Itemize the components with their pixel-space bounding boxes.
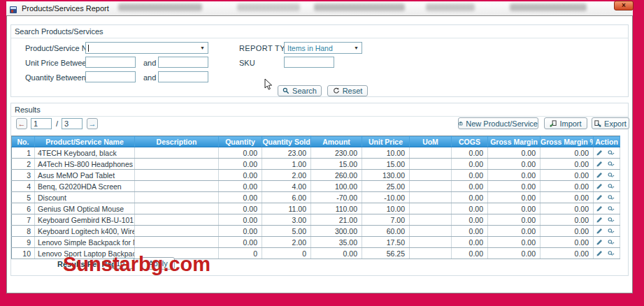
cell-cogs: 0.00 <box>452 248 488 259</box>
unit-price-from-input[interactable] <box>85 57 136 68</box>
view-icon[interactable] <box>607 217 615 224</box>
delete-icon[interactable]: × <box>620 228 620 235</box>
unit-price-label: Unit Price Between <box>25 59 91 67</box>
cell-cogs: 0.00 <box>452 214 488 226</box>
blurred-text <box>118 3 202 11</box>
sku-input[interactable] <box>284 57 334 68</box>
cell-unit_price: 15.00 <box>362 159 410 170</box>
view-icon[interactable] <box>607 183 615 191</box>
cell-cogs: 0.00 <box>452 226 488 237</box>
product-name-combobox[interactable]: ▼ <box>85 42 208 54</box>
quantity-to-input[interactable] <box>158 71 208 82</box>
cell-action: × <box>594 237 620 248</box>
close-button[interactable]: × <box>614 1 634 10</box>
cell-no: 8 <box>12 226 35 237</box>
delete-icon[interactable]: × <box>620 250 620 257</box>
table-row: 4Benq, G2020HDA Screen0.004.00100.0025.0… <box>12 181 620 192</box>
app-icon <box>9 4 17 13</box>
cell-unit_price: 10.00 <box>362 203 410 214</box>
edit-icon[interactable] <box>596 239 603 247</box>
cell-uom <box>410 226 452 237</box>
delete-icon[interactable]: × <box>620 183 620 190</box>
cell-uom <box>410 203 452 214</box>
unit-price-to-input[interactable] <box>158 57 208 68</box>
edit-icon[interactable] <box>596 217 603 224</box>
delete-icon[interactable]: × <box>620 205 620 212</box>
delete-icon[interactable]: × <box>620 150 620 156</box>
view-icon[interactable] <box>607 150 615 157</box>
cell-action: × <box>594 159 620 170</box>
cell-description <box>135 203 219 214</box>
chevron-down-icon: ▼ <box>354 45 359 50</box>
cell-cogs: 0.00 <box>452 203 488 214</box>
edit-icon[interactable] <box>596 183 603 191</box>
table-row: 6Genius GM Optical Mouse0.0011.00110.001… <box>12 203 620 214</box>
and-label: and <box>143 59 156 67</box>
edit-icon[interactable] <box>596 161 603 168</box>
view-icon[interactable] <box>607 172 615 180</box>
edit-icon[interactable] <box>596 172 603 180</box>
new-product-icon <box>459 120 463 127</box>
import-button[interactable]: Import <box>544 117 587 129</box>
view-icon[interactable] <box>607 250 615 258</box>
cell-quantity: 0.00 <box>219 170 262 181</box>
search-button[interactable]: Search <box>278 85 322 96</box>
cell-no: 2 <box>12 159 35 170</box>
edit-icon[interactable] <box>596 150 603 157</box>
cell-amount: 260.00 <box>311 170 362 181</box>
cell-gross_margin: 0.00 <box>488 181 541 192</box>
delete-icon[interactable]: × <box>620 217 620 224</box>
current-page-input[interactable] <box>31 118 52 129</box>
cell-quantity_sold: 2.00 <box>262 237 311 248</box>
divider <box>11 116 628 117</box>
cell-cogs: 0.00 <box>452 159 488 170</box>
cell-description <box>135 237 219 248</box>
table-row: 9Lenovo Simple Backpack for Notebook ...… <box>12 237 620 248</box>
cell-unit_price: -10.00 <box>362 192 410 203</box>
total-pages-input[interactable] <box>62 118 83 129</box>
cell-gross_margin: 0.00 <box>488 226 541 237</box>
cell-amount: 100.00 <box>311 181 362 192</box>
view-icon[interactable] <box>607 228 615 235</box>
cell-uom <box>410 237 452 248</box>
report-type-dropdown[interactable]: Items in Hand ▼ <box>284 42 362 54</box>
delete-icon[interactable]: × <box>620 172 620 179</box>
export-button[interactable]: Export <box>592 117 629 129</box>
delete-icon[interactable]: × <box>620 239 620 246</box>
cell-uom <box>410 170 452 181</box>
column-header: Gross Margin % <box>541 136 594 147</box>
view-icon[interactable] <box>607 161 615 168</box>
delete-icon[interactable]: × <box>620 194 620 201</box>
edit-icon[interactable] <box>596 205 603 213</box>
prev-page-button[interactable]: ← <box>16 118 27 129</box>
quantity-from-input[interactable] <box>85 71 136 82</box>
view-icon[interactable] <box>607 205 615 213</box>
cell-description <box>135 181 219 192</box>
delete-icon[interactable]: × <box>620 161 620 168</box>
edit-icon[interactable] <box>596 250 603 258</box>
edit-icon[interactable] <box>596 194 603 202</box>
cell-gross_margin_pct: 0.00 <box>541 181 594 192</box>
chevron-down-icon: ▼ <box>200 45 205 50</box>
view-icon[interactable] <box>607 194 615 202</box>
cell-gross_margin_pct: 0.00 <box>541 237 594 248</box>
results-section: Results ← / → New Product/Service Import… <box>10 103 629 276</box>
new-product-button[interactable]: New Product/Service <box>458 117 538 129</box>
reset-button[interactable]: Reset <box>327 85 368 96</box>
cell-cogs: 0.00 <box>452 192 488 203</box>
cell-description <box>135 226 219 237</box>
blurred-text <box>237 3 300 11</box>
search-section-title: Search Products/Services <box>15 27 103 36</box>
report-window: Search Products/Services Product/Service… <box>6 15 633 293</box>
view-icon[interactable] <box>607 239 615 247</box>
cell-description <box>135 192 219 203</box>
cell-quantity_sold: 3.00 <box>262 214 311 226</box>
next-page-button[interactable]: → <box>87 118 98 129</box>
cell-action: × <box>594 214 620 226</box>
watermark: Sunstarbg.com <box>63 253 210 276</box>
cell-action: × <box>594 192 620 203</box>
cell-quantity_sold: 4.00 <box>262 181 311 192</box>
column-header: Description <box>135 136 219 147</box>
cell-action: × <box>594 203 620 214</box>
edit-icon[interactable] <box>596 228 603 235</box>
